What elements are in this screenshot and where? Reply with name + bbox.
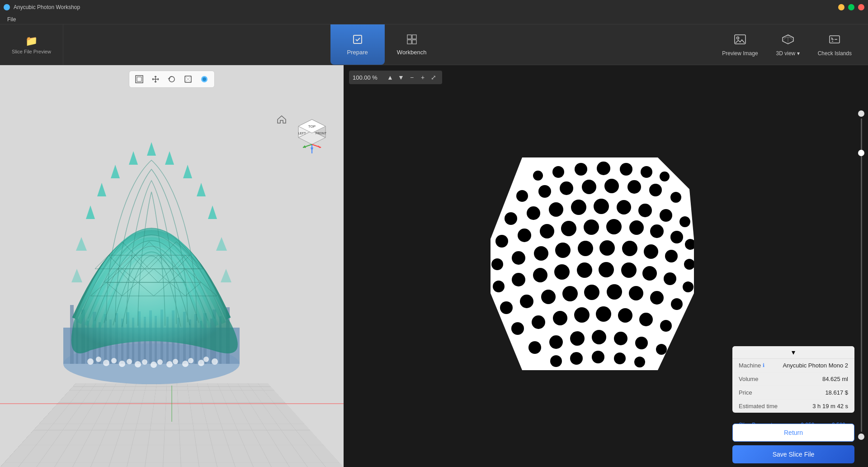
svg-point-98: [516, 190, 528, 202]
view-cube[interactable]: TOP FRONT LEFT: [289, 115, 335, 160]
maximize-button[interactable]: [848, 4, 854, 10]
slider-top-handle[interactable]: [858, 110, 864, 117]
view3d-button[interactable]: 3D view ▾: [767, 29, 809, 60]
window-controls: [838, 4, 864, 10]
price-value: 18.617 $: [825, 389, 848, 396]
view3d-icon: [782, 33, 794, 48]
svg-point-96: [641, 166, 652, 178]
minimize-button[interactable]: [838, 4, 844, 10]
svg-rect-3: [407, 40, 411, 44]
bottom-buttons: Return Save Slice File: [732, 424, 854, 463]
volume-label: Volume: [739, 376, 758, 382]
svg-point-99: [538, 185, 551, 198]
main: TOP FRONT LEFT: [0, 65, 868, 467]
svg-point-170: [570, 352, 583, 365]
svg-point-101: [582, 180, 596, 194]
slider-track[interactable]: [861, 119, 862, 432]
svg-point-119: [584, 219, 599, 235]
zoom-fit-button[interactable]: ⤢: [429, 72, 439, 82]
svg-point-78: [198, 360, 204, 366]
svg-point-147: [541, 290, 556, 304]
svg-point-91: [533, 171, 543, 181]
toolbar-rotate[interactable]: [165, 73, 178, 86]
svg-point-125: [491, 258, 503, 270]
check-islands-icon: [828, 33, 841, 48]
collapse-button[interactable]: ▾: [732, 346, 854, 359]
tab-workbench[interactable]: Workbench: [385, 24, 439, 65]
toolbar-color[interactable]: [198, 73, 211, 86]
info-panel: ▾ Machine ℹ Anycubic Photon Mono 2 Volum…: [732, 346, 854, 413]
svg-marker-24: [311, 148, 313, 151]
svg-point-121: [629, 220, 644, 235]
svg-point-111: [617, 200, 631, 214]
home-button[interactable]: [276, 114, 287, 127]
svg-point-126: [512, 251, 525, 265]
slider-bottom-handle[interactable]: [858, 434, 864, 440]
leftnav[interactable]: 📁 Slice File Preview: [0, 24, 63, 65]
toolbar-select[interactable]: [133, 73, 146, 86]
svg-point-155: [532, 315, 545, 329]
svg-point-81: [111, 358, 117, 363]
svg-point-80: [96, 357, 101, 362]
estimated-time-value: 3 h 19 m 42 s: [812, 403, 848, 410]
svg-point-116: [518, 229, 531, 242]
svg-point-72: [103, 360, 109, 366]
svg-point-6: [736, 37, 739, 39]
estimated-time-row: Estimated time 3 h 19 m 42 s: [732, 400, 854, 413]
machine-label: Machine ℹ: [739, 362, 764, 369]
zoom-increase-button[interactable]: ▲: [385, 72, 395, 82]
left-3d-panel: TOP FRONT LEFT: [0, 65, 344, 467]
price-row: Price 18.617 $: [732, 386, 854, 400]
svg-point-76: [166, 361, 173, 367]
svg-point-158: [596, 306, 611, 322]
close-button[interactable]: [858, 4, 864, 10]
svg-point-135: [493, 281, 505, 292]
layer-slider[interactable]: [858, 110, 864, 440]
svg-point-173: [634, 357, 645, 367]
save-slice-button[interactable]: Save Slice File: [732, 445, 854, 463]
svg-point-122: [650, 224, 664, 238]
menu-file[interactable]: File: [4, 15, 19, 24]
svg-point-73: [119, 361, 125, 367]
svg-point-166: [614, 332, 627, 345]
svg-marker-60: [165, 151, 174, 165]
zoom-out-button[interactable]: −: [407, 72, 417, 82]
svg-point-171: [592, 351, 604, 363]
toolbar-scale[interactable]: [182, 73, 194, 86]
svg-point-82: [127, 359, 132, 364]
zoom-value: 100.00 %: [353, 74, 384, 81]
svg-point-75: [151, 362, 157, 368]
svg-point-87: [203, 357, 209, 362]
zoom-controls: 100.00 % ▲ ▼ − + ⤢: [349, 71, 442, 84]
machine-info-icon[interactable]: ℹ: [763, 362, 764, 368]
return-button[interactable]: Return: [732, 424, 854, 442]
svg-point-112: [638, 204, 652, 217]
zoom-in-button[interactable]: +: [418, 72, 428, 82]
preview-image-button[interactable]: Preview Image: [713, 29, 767, 60]
svg-point-127: [534, 246, 548, 261]
svg-point-132: [644, 244, 658, 259]
preview-image-label: Preview Image: [722, 50, 758, 57]
svg-point-141: [621, 262, 637, 278]
svg-point-172: [614, 353, 626, 364]
check-islands-label: Check Islands: [818, 50, 852, 57]
slider-thumb[interactable]: [858, 150, 864, 156]
svg-point-92: [552, 166, 564, 178]
zoom-decrease-button[interactable]: ▼: [396, 72, 406, 82]
tab-prepare[interactable]: Prepare: [330, 24, 385, 65]
machine-row: Machine ℹ Anycubic Photon Mono 2: [732, 359, 854, 372]
svg-point-103: [627, 180, 641, 194]
svg-point-159: [618, 308, 632, 323]
svg-point-153: [671, 298, 683, 310]
svg-point-129: [578, 241, 593, 256]
workbench-icon: [406, 34, 417, 47]
estimated-time-label: Estimated time: [739, 403, 778, 410]
svg-point-107: [527, 206, 540, 220]
svg-point-100: [560, 181, 573, 195]
check-islands-button[interactable]: Check Islands: [809, 29, 861, 60]
svg-marker-68: [216, 237, 227, 251]
svg-point-131: [622, 241, 637, 256]
svg-text:FRONT: FRONT: [316, 132, 327, 135]
slice-preview-image: [486, 148, 694, 384]
toolbar-move[interactable]: [149, 73, 162, 86]
